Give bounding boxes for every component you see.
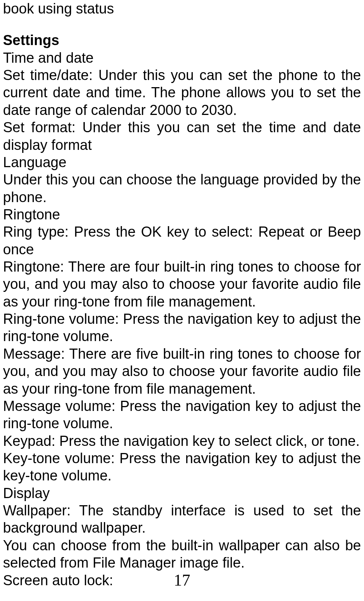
language-body: Under this you can choose the language p… [3,171,361,206]
keypad-body: Keypad: Press the navigation key to sele… [3,432,361,450]
set-format-body: Set format: Under this you can set the t… [3,119,361,154]
spacer [3,17,361,32]
wallpaper-body: Wallpaper: The standby interface is used… [3,502,361,537]
ringtone-title: Ringtone [3,206,361,223]
ring-volume-body: Ring-tone volume: Press the navigation k… [3,310,361,345]
orphan-line: book using status [3,0,361,17]
settings-heading: Settings [3,32,361,49]
time-date-title: Time and date [3,49,361,66]
wallpaper-body2: You can choose from the built-in wallpap… [3,537,361,572]
message-volume-body: Message volume: Press the navigation key… [3,397,361,432]
set-time-date-body: Set time/date: Under this you can set th… [3,66,361,119]
key-tone-volume-body: Key-tone volume: Press the navigation ke… [3,450,361,485]
page-number: 17 [0,571,364,590]
display-title: Display [3,485,361,502]
language-title: Language [3,154,361,171]
message-body: Message: There are five built-in ring to… [3,345,361,397]
ring-type-body: Ring type: Press the OK key to select: R… [3,223,361,258]
ringtone-body: Ringtone: There are four built-in ring t… [3,258,361,310]
